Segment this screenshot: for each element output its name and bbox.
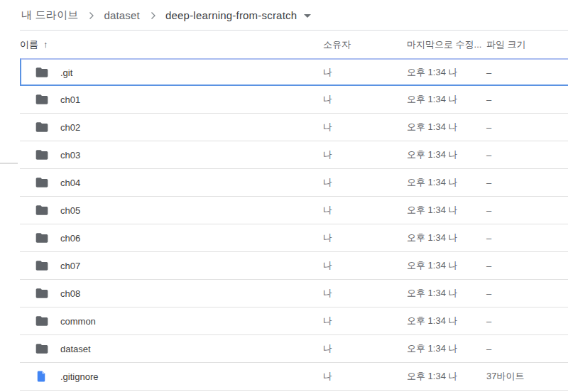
file-owner: 나 xyxy=(323,259,332,272)
folder-icon xyxy=(35,65,49,80)
file-size: – xyxy=(486,122,491,133)
folder-icon xyxy=(35,175,49,190)
file-modified: 오후 1:34 나 xyxy=(407,176,458,189)
column-header-size[interactable]: 파일 크기 xyxy=(486,38,526,51)
file-name: ch06 xyxy=(60,233,80,244)
breadcrumb-item-dataset[interactable]: dataset xyxy=(104,9,140,21)
file-name: ch04 xyxy=(60,178,80,188)
folder-icon xyxy=(35,92,49,107)
file-owner: 나 xyxy=(323,370,332,383)
file-modified: 오후 1:34 나 xyxy=(407,342,458,355)
file-icon xyxy=(35,370,48,383)
file-name: .gitignore xyxy=(60,371,98,382)
file-owner: 나 xyxy=(323,232,332,244)
file-modified: 오후 1:34 나 xyxy=(407,66,458,79)
file-row[interactable]: common 나 오후 1:34 나 – xyxy=(20,307,568,335)
file-owner: 나 xyxy=(323,121,332,134)
file-modified: 오후 1:34 나 xyxy=(407,121,458,134)
file-size: – xyxy=(486,344,491,354)
folder-icon xyxy=(35,203,49,217)
file-size: – xyxy=(486,150,491,160)
file-modified: 오후 1:34 나 xyxy=(407,204,458,217)
folder-icon xyxy=(35,148,49,162)
file-size: 37바이트 xyxy=(486,370,524,383)
column-header-name[interactable]: 이름↑ xyxy=(20,38,48,51)
file-row[interactable]: ch02 나 오후 1:34 나 – xyxy=(20,114,568,141)
file-size: – xyxy=(486,288,491,299)
file-modified: 오후 1:34 나 xyxy=(407,93,458,106)
file-size: – xyxy=(486,94,491,105)
file-owner: 나 xyxy=(323,66,332,79)
file-list: .git 나 오후 1:34 나 – ch01 나 오후 1:34 나 – ch… xyxy=(20,58,568,391)
file-row[interactable]: ch03 나 오후 1:34 나 – xyxy=(20,141,568,169)
file-name: ch01 xyxy=(60,94,80,105)
folder-icon xyxy=(35,342,49,356)
column-header-owner[interactable]: 소유자 xyxy=(323,38,351,51)
file-row[interactable]: ch05 나 오후 1:34 나 – xyxy=(20,197,568,224)
file-row[interactable]: ch04 나 오후 1:34 나 – xyxy=(20,169,568,197)
breadcrumb-item-my-drive[interactable]: 내 드라이브 xyxy=(21,9,78,22)
file-owner: 나 xyxy=(323,342,332,355)
file-size: – xyxy=(486,261,491,271)
file-owner: 나 xyxy=(323,204,332,217)
file-owner: 나 xyxy=(323,315,332,327)
file-name: ch07 xyxy=(60,261,80,271)
file-name: ch05 xyxy=(60,205,80,216)
folder-icon xyxy=(35,314,49,328)
file-size: – xyxy=(486,233,491,244)
file-modified: 오후 1:34 나 xyxy=(407,287,458,300)
file-owner: 나 xyxy=(323,148,332,161)
file-row[interactable]: .git 나 오후 1:34 나 – xyxy=(20,58,568,86)
sidebar-divider-remnant xyxy=(0,163,18,164)
folder-icon xyxy=(35,286,49,300)
file-row[interactable]: ch08 나 오후 1:34 나 – xyxy=(20,280,568,307)
column-header-modified[interactable]: 마지막으로 수정... xyxy=(407,38,481,51)
file-modified: 오후 1:34 나 xyxy=(407,315,458,327)
folder-icon xyxy=(35,258,49,273)
file-size: – xyxy=(486,178,491,188)
file-name: dataset xyxy=(60,344,91,354)
breadcrumb: 내 드라이브 dataset deep-learning-from-scratc… xyxy=(0,0,568,31)
file-name: .git xyxy=(60,67,72,77)
file-name: ch08 xyxy=(60,288,80,299)
list-column-header: 이름↑ 소유자 마지막으로 수정... 파일 크기 xyxy=(0,31,568,58)
file-size: – xyxy=(486,67,491,77)
file-name: ch03 xyxy=(60,150,80,160)
file-row[interactable]: dataset 나 오후 1:34 나 – xyxy=(20,335,568,363)
file-modified: 오후 1:34 나 xyxy=(407,232,458,244)
file-row[interactable]: ch06 나 오후 1:34 나 – xyxy=(20,224,568,252)
folder-icon xyxy=(35,231,49,245)
chevron-right-icon xyxy=(146,9,159,22)
file-modified: 오후 1:34 나 xyxy=(407,148,458,161)
breadcrumb-item-current-folder[interactable]: deep-learning-from-scratch xyxy=(165,9,297,21)
file-modified: 오후 1:34 나 xyxy=(407,259,458,272)
chevron-right-icon xyxy=(84,9,97,22)
file-row[interactable]: ch07 나 오후 1:34 나 – xyxy=(20,252,568,280)
file-size: – xyxy=(486,316,491,327)
file-owner: 나 xyxy=(323,176,332,189)
column-header-name-label: 이름 xyxy=(20,39,38,50)
caret-down-icon[interactable] xyxy=(304,14,311,18)
file-row[interactable]: .gitignore 나 오후 1:34 나 37바이트 xyxy=(20,363,568,391)
file-modified: 오후 1:34 나 xyxy=(407,370,458,383)
file-name: ch02 xyxy=(60,122,80,133)
file-owner: 나 xyxy=(323,93,332,106)
file-size: – xyxy=(486,205,491,216)
file-row[interactable]: ch01 나 오후 1:34 나 – xyxy=(20,86,568,114)
sort-ascending-icon: ↑ xyxy=(43,39,48,50)
folder-icon xyxy=(35,120,49,134)
file-owner: 나 xyxy=(323,287,332,300)
file-name: common xyxy=(60,316,96,327)
